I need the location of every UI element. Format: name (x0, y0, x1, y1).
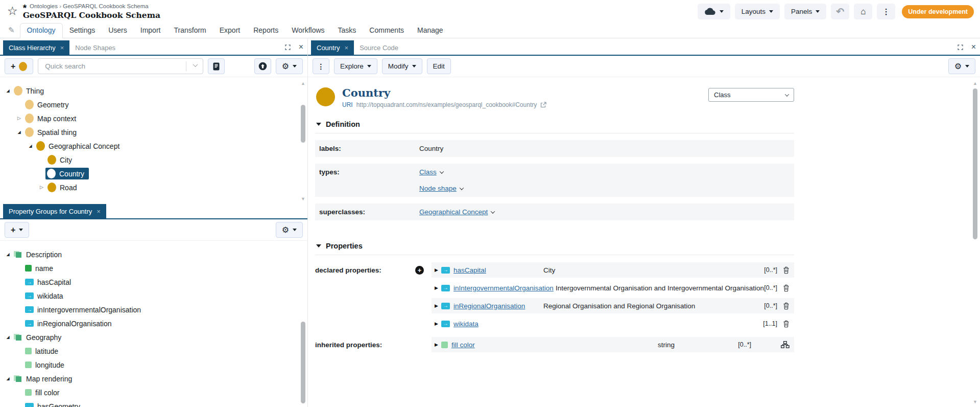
tab-reports[interactable]: Reports (247, 24, 285, 38)
property-link-inregionalorganisation[interactable]: inRegionalOrganisation (453, 302, 525, 310)
definition-section-header[interactable]: Definition (315, 116, 794, 133)
property-group-tree-item-hascapital[interactable]: →hasCapital (0, 275, 307, 289)
expander-closed-icon[interactable]: ▶ (435, 286, 441, 290)
property-link-wikidata[interactable]: wikidata (453, 320, 479, 328)
favorite-star-icon[interactable]: ☆ (7, 5, 18, 17)
class-tree-item-country[interactable]: Country (0, 167, 307, 180)
class-tree-item-thing[interactable]: ◢Thing (0, 84, 307, 98)
expander-closed-icon[interactable]: ▶ (435, 268, 441, 273)
maximize-icon[interactable] (958, 44, 963, 50)
close-tab-icon[interactable]: × (345, 44, 349, 52)
layouts-button[interactable]: Layouts (735, 4, 780, 19)
property-group-tree-item-name[interactable]: name (0, 261, 307, 275)
expander-open-icon[interactable]: ◢ (15, 130, 23, 134)
cloud-menu-button[interactable] (698, 4, 730, 19)
property-group-tree-item-longitude[interactable]: longitude (0, 358, 307, 372)
scroll-thumb[interactable] (301, 322, 305, 403)
expander-open-icon[interactable]: ◢ (4, 89, 12, 93)
expander-closed-icon[interactable]: ▶ (435, 343, 441, 347)
value-link-class[interactable]: Class (419, 168, 437, 176)
delete-property-button[interactable] (783, 320, 790, 328)
property-group-tree-item-description[interactable]: ◢Description (0, 247, 307, 261)
property-link-fill-color[interactable]: fill color (451, 341, 475, 349)
property-group-tree-item-geography[interactable]: ◢Geography (0, 330, 307, 344)
expander-open-icon[interactable]: ◢ (27, 144, 34, 148)
delete-property-button[interactable] (783, 266, 790, 274)
close-panel-icon[interactable]: × (971, 43, 976, 51)
modify-button[interactable]: Modify (382, 58, 422, 74)
tab-ontology[interactable]: Ontology (20, 23, 63, 38)
undo-button[interactable]: ↶ (831, 4, 849, 19)
expander-open-icon[interactable]: ◢ (4, 253, 12, 257)
chevron-down-icon[interactable] (491, 209, 495, 213)
delete-property-button[interactable] (783, 302, 790, 310)
explore-button[interactable]: Explore (334, 58, 377, 74)
scroll-up-icon[interactable]: ▲ (300, 81, 306, 86)
class-tree-item-geographical-concept[interactable]: ◢Geographical Concept (0, 139, 307, 153)
panel-tab-class-hierarchy[interactable]: Class Hierarchy× (3, 40, 69, 55)
groups-panel-settings-button[interactable]: ⚙ (276, 222, 303, 238)
properties-section-header[interactable]: Properties (315, 238, 794, 255)
property-link-hascapital[interactable]: hasCapital (453, 266, 486, 274)
panel-tab-country[interactable]: Country× (311, 40, 354, 55)
panels-button[interactable]: Panels (784, 4, 826, 19)
add-property-group-button[interactable]: + (5, 222, 29, 238)
class-tree-item-road[interactable]: ▷Road (0, 180, 307, 194)
home-button[interactable]: ⌂ (854, 4, 872, 19)
form-more-options-button[interactable]: ⋮ (313, 58, 329, 74)
dictionary-button[interactable] (208, 58, 225, 74)
class-panel-settings-button[interactable]: ⚙ (276, 58, 303, 74)
search-input[interactable] (38, 58, 203, 74)
panel-tab-property-groups-for-country[interactable]: Property Groups for Country× (3, 204, 106, 218)
property-group-tree-item-inintergovernmentalorganisation[interactable]: →inIntergovernmentalOrganisation (0, 303, 307, 316)
property-group-tree-item-hasgeometry[interactable]: →hasGeometry (0, 399, 307, 407)
tab-tasks[interactable]: Tasks (331, 24, 363, 38)
scroll-up-icon[interactable]: ▲ (972, 81, 978, 86)
tab-users[interactable]: Users (102, 24, 134, 38)
add-declared-property-button[interactable]: + (415, 266, 424, 275)
tab-comments[interactable]: Comments (363, 24, 411, 38)
tab-manage[interactable]: Manage (411, 24, 450, 38)
tab-transform[interactable]: Transform (167, 24, 212, 38)
more-options-button[interactable]: ⋮ (877, 4, 895, 19)
close-panel-icon[interactable]: × (299, 43, 303, 51)
value-link-geographical-concept[interactable]: Geographical Concept (419, 208, 488, 216)
scroll-thumb[interactable] (301, 105, 305, 143)
edit-button[interactable]: Edit (427, 58, 451, 74)
property-link-inintergovernmentalorganisation[interactable]: inIntergovernmentalOrganisation (453, 284, 554, 292)
panel-tab-source-code[interactable]: Source Code (354, 40, 404, 55)
scroll-down-icon[interactable]: ▼ (972, 400, 978, 404)
add-class-button[interactable]: + (5, 58, 33, 74)
expander-closed-icon[interactable]: ▶ (435, 304, 441, 308)
class-tree-item-spatial-thing[interactable]: ◢Spatial thing (0, 125, 307, 139)
class-tree-item-city[interactable]: City (0, 153, 307, 167)
delete-property-button[interactable] (783, 284, 790, 292)
property-group-tree-item-map-rendering[interactable]: ◢Map rendering (0, 372, 307, 386)
diagram-button[interactable] (781, 341, 790, 348)
close-tab-icon[interactable]: × (60, 44, 64, 52)
expander-closed-icon[interactable]: ▷ (38, 185, 45, 190)
tab-import[interactable]: Import (134, 24, 168, 38)
chevron-down-icon[interactable] (440, 169, 444, 173)
locate-selected-button[interactable] (254, 58, 271, 74)
external-link-icon[interactable] (540, 102, 546, 108)
tab-settings[interactable]: Settings (63, 24, 102, 38)
breadcrumb-item-geosparql-cookbook-schema[interactable]: GeoSPARQL Cookbook Schema (63, 3, 148, 9)
property-group-tree-item-fill-color[interactable]: fill color (0, 386, 307, 399)
property-group-tree-item-wikidata[interactable]: →wikidata (0, 289, 307, 303)
class-tree-item-map-context[interactable]: ▷Map context (0, 111, 307, 125)
close-tab-icon[interactable]: × (97, 208, 101, 215)
scroll-down-icon[interactable]: ▼ (300, 197, 306, 201)
expander-closed-icon[interactable]: ▶ (435, 322, 441, 326)
property-group-tree-item-latitude[interactable]: latitude (0, 344, 307, 358)
scroll-down-icon[interactable]: ▼ (300, 400, 306, 404)
expander-closed-icon[interactable]: ▷ (15, 116, 23, 121)
property-group-tree-item-inregionalorganisation[interactable]: →inRegionalOrganisation (0, 316, 307, 330)
breadcrumb-item-ontologies[interactable]: Ontologies (30, 3, 58, 9)
value-link-node-shape[interactable]: Node shape (419, 185, 457, 192)
maximize-icon[interactable] (285, 44, 291, 50)
tab-export[interactable]: Export (213, 24, 247, 38)
class-tree-item-geometry[interactable]: Geometry (0, 98, 307, 111)
resource-type-select[interactable]: Class (708, 88, 794, 102)
scroll-thumb[interactable] (973, 88, 977, 239)
